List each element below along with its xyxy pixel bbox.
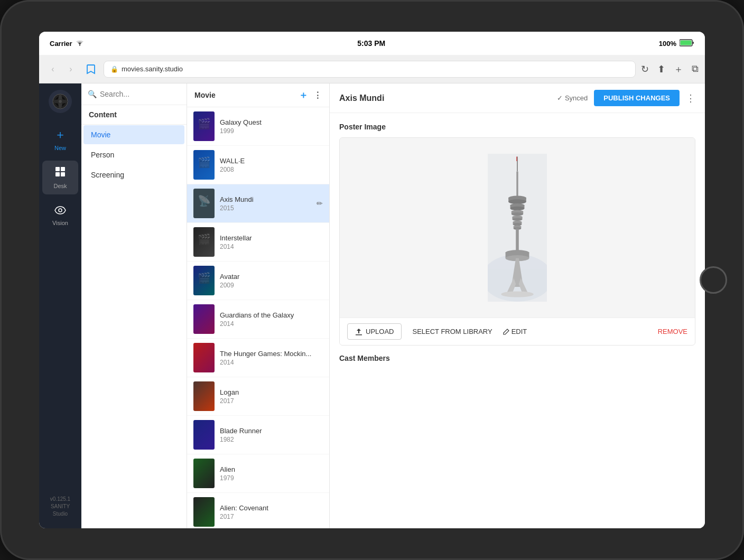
edit-image-button[interactable]: EDIT — [503, 328, 527, 335]
detail-panel: Axis Mundi ✓ Synced PUBLISH CHANGES ⋮ Po… — [330, 83, 705, 528]
poster-image-area: UPLOAD SELECT FROM LIBRARY EDIT REMOVE — [339, 137, 695, 346]
svg-rect-2 — [681, 40, 692, 45]
sidebar-item-desk[interactable]: Desk — [42, 161, 78, 194]
svg-point-0 — [79, 45, 80, 46]
movie-info-blade-runner: Blade Runner 1982 — [220, 427, 323, 443]
upload-label: UPLOAD — [366, 328, 394, 335]
movie-title: Logan — [220, 388, 323, 396]
sidebar-item-vision[interactable]: Vision — [42, 199, 78, 231]
sidebar-item-new[interactable]: ＋ New — [42, 122, 78, 156]
movie-item-guardians[interactable]: Guardians of the Galaxy 2014 — [187, 300, 329, 339]
movie-thumb-axis-mundi: 📡 — [193, 189, 215, 218]
content-header: Content — [81, 105, 187, 125]
svg-rect-26 — [193, 420, 215, 450]
movie-list-actions: ＋ ⋮ — [299, 89, 322, 101]
remove-button[interactable]: REMOVE — [658, 328, 687, 335]
select-library-button[interactable]: SELECT FROM LIBRARY — [412, 328, 492, 335]
bookmark-button[interactable] — [83, 62, 98, 77]
svg-rect-25 — [193, 381, 215, 411]
reload-button[interactable]: ↻ — [641, 63, 649, 75]
browser-bar: ‹ › 🔒 movies.sanity.studio ↻ ⬆ ＋ ⧉ — [39, 55, 705, 83]
movie-year: 2014 — [220, 243, 323, 250]
movie-thumb-alien — [193, 459, 215, 488]
movie-item-blade-runner[interactable]: Blade Runner 1982 — [187, 416, 329, 454]
new-tab-button[interactable]: ＋ — [674, 63, 683, 76]
movie-item-alien[interactable]: Alien 1979 — [187, 454, 329, 493]
search-input[interactable] — [100, 90, 180, 98]
movie-info-interstellar: Interstellar 2014 — [220, 234, 323, 250]
movie-info-hunger-games: The Hunger Games: Mockin... 2014 — [220, 350, 323, 366]
svg-text:🎬: 🎬 — [198, 272, 211, 284]
synced-label: ✓ Synced — [557, 94, 588, 102]
edit-pencil-icon[interactable]: ✏ — [317, 199, 323, 208]
svg-point-7 — [59, 100, 62, 103]
movie-thumb-blade-runner — [193, 420, 215, 450]
movie-info-galaxy-quest: Galaxy Quest 1999 — [220, 118, 323, 135]
movie-item-avatar[interactable]: 🎬 Avatar 2009 — [187, 262, 329, 300]
movie-info-avatar: Avatar 2009 — [220, 273, 323, 289]
detail-title: Axis Mundi — [339, 94, 384, 103]
movie-item-walle[interactable]: 🎬 WALL·E 2008 — [187, 146, 329, 184]
detail-actions: ✓ Synced PUBLISH CHANGES ⋮ — [557, 90, 695, 106]
poster-image-label: Poster Image — [339, 123, 695, 131]
movie-item-hunger-games[interactable]: The Hunger Games: Mockin... 2014 — [187, 339, 329, 377]
movie-thumb-interstellar: 🎬 — [193, 227, 215, 257]
movie-list-panel: Movie ＋ ⋮ 🎬 Galaxy Quest 1999 — [187, 83, 330, 528]
back-button[interactable]: ‹ — [45, 62, 60, 77]
home-button[interactable] — [700, 266, 727, 294]
movie-info-axis-mundi: Axis Mundi 2015 — [220, 195, 311, 212]
movie-item-interstellar[interactable]: 🎬 Interstellar 2014 — [187, 223, 329, 262]
movie-thumb-alien-covenant — [193, 497, 215, 527]
movie-title: The Hunger Games: Mockin... — [220, 350, 323, 358]
tabs-button[interactable]: ⧉ — [692, 63, 699, 74]
lock-icon: 🔒 — [110, 66, 118, 73]
synced-check-icon: ✓ — [557, 94, 563, 102]
publish-button[interactable]: PUBLISH CHANGES — [594, 90, 680, 106]
detail-body: Poster Image — [330, 113, 705, 528]
svg-point-43 — [512, 212, 523, 216]
wifi-icon — [76, 40, 84, 48]
movie-list-menu-button[interactable]: ⋮ — [313, 90, 322, 100]
nav-item-person[interactable]: Person — [83, 145, 184, 164]
brand-label: SANITY Studio — [43, 503, 77, 518]
status-bar: Carrier 5:03 PM 100% — [39, 32, 705, 55]
svg-rect-58 — [356, 334, 362, 335]
movie-title: Avatar — [220, 273, 323, 281]
nav-item-movie[interactable]: Movie — [83, 125, 184, 144]
movie-item-galaxy-quest[interactable]: 🎬 Galaxy Quest 1999 — [187, 107, 329, 146]
movie-title: WALL·E — [220, 157, 323, 165]
svg-point-57 — [501, 291, 534, 297]
movie-year: 2014 — [220, 359, 323, 366]
tower-image — [488, 154, 547, 302]
tablet-screen: Carrier 5:03 PM 100% ‹ › — [39, 32, 705, 528]
svg-rect-27 — [193, 459, 215, 488]
movie-item-axis-mundi[interactable]: 📡 Axis Mundi 2015 ✏ — [187, 184, 329, 223]
movie-thumb-hunger-games — [193, 343, 215, 372]
carrier-label: Carrier — [50, 40, 72, 48]
nav-item-screening[interactable]: Screening — [83, 165, 184, 184]
movie-thumb-logan — [193, 381, 215, 411]
desk-icon — [54, 166, 66, 181]
add-movie-button[interactable]: ＋ — [299, 89, 308, 101]
movie-title: Interstellar — [220, 234, 323, 242]
poster-img-container — [340, 138, 695, 318]
more-options-button[interactable]: ⋮ — [686, 92, 695, 104]
svg-point-12 — [59, 209, 62, 212]
share-button[interactable]: ⬆ — [657, 63, 665, 75]
svg-rect-8 — [55, 167, 60, 171]
movie-item-alien-covenant[interactable]: Alien: Covenant 2017 — [187, 493, 329, 528]
content-nav: Movie Person Screening — [81, 125, 187, 185]
movie-item-logan[interactable]: Logan 2017 — [187, 377, 329, 416]
address-bar[interactable]: 🔒 movies.sanity.studio — [104, 61, 636, 78]
new-icon: ＋ — [54, 127, 66, 143]
upload-button[interactable]: UPLOAD — [347, 323, 402, 340]
movie-year: 1979 — [220, 474, 323, 482]
movie-title: Guardians of the Galaxy — [220, 311, 323, 319]
browser-actions: ↻ ⬆ ＋ ⧉ — [641, 63, 699, 76]
movie-title: Blade Runner — [220, 427, 323, 435]
movie-thumb-guardians — [193, 304, 215, 334]
main-content: ＋ New Desk — [39, 83, 705, 528]
battery-percentage: 100% — [659, 40, 676, 48]
movie-thumb-galaxy-quest: 🎬 — [193, 111, 215, 141]
forward-button[interactable]: › — [63, 62, 78, 77]
